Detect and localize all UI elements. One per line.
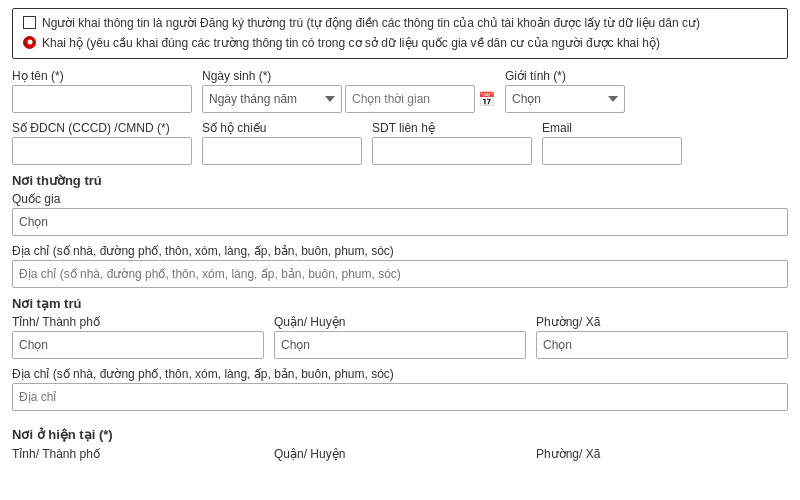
label-cccd: Số ĐDCN (CCCD) /CMND (*) (12, 121, 192, 135)
group-quan-col: Quận/ Huyện (274, 446, 526, 461)
group-sdt: SDT liên hệ (372, 121, 532, 165)
label-quan-hien-tai: Quận/ Huyện (274, 447, 345, 461)
select-quoc-gia[interactable]: Chọn Việt Nam Khác (12, 208, 788, 236)
input-sdt[interactable] (372, 137, 532, 165)
notice-text-2: Khai hộ (yêu cầu khai đúng các trường th… (42, 35, 660, 52)
group-quan-tam-tru: Quận/ Huyện Chọn (274, 315, 526, 359)
label-ho-chieu: Số hộ chiếu (202, 121, 362, 135)
ngay-sinh-wrap: Ngày tháng năm 📅 (202, 85, 495, 113)
row-hien-tai-header: Nơi ở hiện tại (*) Tỉnh/ Thành phố Quận/… (12, 419, 788, 461)
label-tinh-tam-tru: Tỉnh/ Thành phố (12, 315, 264, 329)
notice-text-1: Người khai thông tin là người Đăng ký th… (42, 15, 700, 32)
group-cccd: Số ĐDCN (CCCD) /CMND (*) (12, 121, 192, 165)
label-dia-chi-tam-tru: Địa chỉ (số nhà, đường phố, thôn, xóm, l… (12, 367, 788, 381)
select-gioi-tinh[interactable]: Chọn Nam Nữ Khác (505, 85, 625, 113)
group-tinh-tam-tru: Tỉnh/ Thành phố Chọn (12, 315, 264, 359)
group-email: Email (542, 121, 682, 165)
checkbox-icon-1[interactable] (23, 16, 36, 29)
section-noi-thuong-tru: Nơi thường trú (12, 173, 788, 188)
input-email[interactable] (542, 137, 682, 165)
input-chon-tg[interactable] (345, 85, 475, 113)
notice-box: Người khai thông tin là người Đăng ký th… (12, 8, 788, 59)
group-dia-chi-tam-tru: Địa chỉ (số nhà, đường phố, thôn, xóm, l… (12, 367, 788, 411)
group-gioi-tinh: Giới tính (*) Chọn Nam Nữ Khác (505, 69, 625, 113)
group-ngay-sinh: Ngày sinh (*) Ngày tháng năm 📅 (202, 69, 495, 113)
label-phuong-hien-tai: Phường/ Xã (536, 447, 600, 461)
select-ngay-sinh[interactable]: Ngày tháng năm (202, 85, 342, 113)
calendar-icon[interactable]: 📅 (478, 91, 495, 107)
label-gioi-tinh: Giới tính (*) (505, 69, 625, 83)
label-quan-tam-tru: Quận/ Huyện (274, 315, 526, 329)
group-hien-tai-tinh: Nơi ở hiện tại (*) Tỉnh/ Thành phố Quận/… (12, 419, 788, 461)
section-noi-hien-tai: Nơi ở hiện tại (*) (12, 427, 788, 442)
label-tinh-hien-tai: Tỉnh/ Thành phố (12, 447, 100, 461)
notice-item-1: Người khai thông tin là người Đăng ký th… (23, 15, 777, 32)
radio-icon-2[interactable] (23, 36, 36, 49)
label-phuong-tam-tru: Phường/ Xã (536, 315, 788, 329)
row-tam-tru-selects: Tỉnh/ Thành phố Chọn Quận/ Huyện Chọn Ph… (12, 315, 788, 359)
main-container: Người khai thông tin là người Đăng ký th… (0, 0, 800, 471)
select-quan-tam-tru[interactable]: Chọn (274, 331, 526, 359)
group-ho-ten: Họ tên (*) (12, 69, 192, 113)
notice-item-2: Khai hộ (yêu cầu khai đúng các trường th… (23, 35, 777, 52)
input-ho-chieu[interactable] (202, 137, 362, 165)
select-tinh-tam-tru[interactable]: Chọn (12, 331, 264, 359)
input-dia-chi-thuong-tru[interactable] (12, 260, 788, 288)
label-email: Email (542, 121, 682, 135)
input-dia-chi-tam-tru[interactable] (12, 383, 788, 411)
label-quoc-gia: Quốc gia (12, 192, 788, 206)
row-ho-ten: Họ tên (*) Ngày sinh (*) Ngày tháng năm … (12, 69, 788, 113)
select-phuong-tam-tru[interactable]: Chọn (536, 331, 788, 359)
label-ngay-sinh: Ngày sinh (*) (202, 69, 495, 83)
section-noi-tam-tru: Nơi tạm trú (12, 296, 788, 311)
input-ho-ten[interactable] (12, 85, 192, 113)
group-quoc-gia: Quốc gia Chọn Việt Nam Khác (12, 192, 788, 236)
input-cccd[interactable] (12, 137, 192, 165)
label-sdt: SDT liên hệ (372, 121, 532, 135)
group-phuong-tam-tru: Phường/ Xã Chọn (536, 315, 788, 359)
group-phuong-col: Phường/ Xã (536, 446, 788, 461)
group-dia-chi-thuong-tru: Địa chỉ (số nhà, đường phố, thôn, xóm, l… (12, 244, 788, 288)
row-cccd: Số ĐDCN (CCCD) /CMND (*) Số hộ chiếu SDT… (12, 121, 788, 165)
group-ho-chieu: Số hộ chiếu (202, 121, 362, 165)
label-dia-chi-thuong-tru: Địa chỉ (số nhà, đường phố, thôn, xóm, l… (12, 244, 788, 258)
label-ho-ten: Họ tên (*) (12, 69, 192, 83)
group-tinh-col: Tỉnh/ Thành phố (12, 446, 264, 461)
